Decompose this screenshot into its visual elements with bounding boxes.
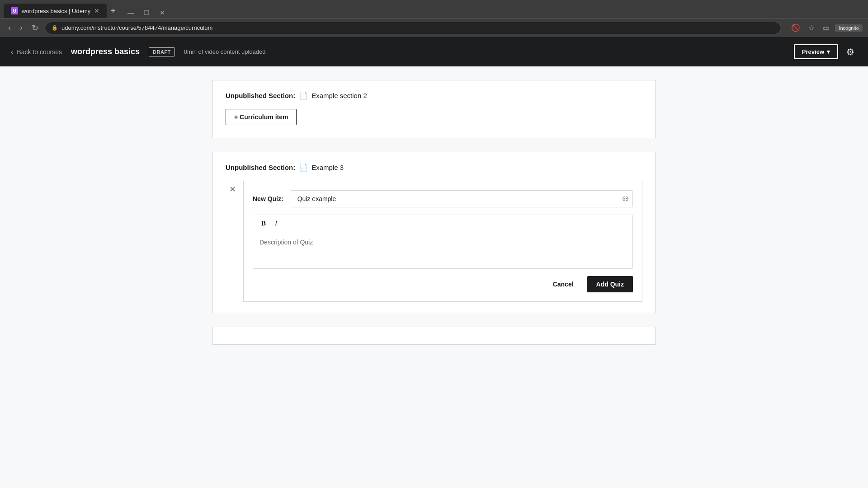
app-header: ‹ Back to courses wordpress basics DRAFT… xyxy=(0,37,868,66)
bold-button[interactable]: B xyxy=(259,219,269,228)
add-curriculum-item-button-1[interactable]: + Curriculum item xyxy=(226,109,297,125)
partial-section-card xyxy=(212,327,656,345)
add-quiz-button[interactable]: Add Quiz xyxy=(587,276,633,292)
maximize-button[interactable]: ❐ xyxy=(139,7,154,18)
browser-toolbar: ‹ › ↻ 🔒 udemy.com/instructor/course/5784… xyxy=(0,18,868,37)
quiz-form-container: ✕ New Quiz: 68 B I Description of Quiz xyxy=(226,181,642,302)
quiz-title-row: New Quiz: 68 xyxy=(253,190,633,207)
quiz-form: New Quiz: 68 B I Description of Quiz Can… xyxy=(243,181,642,302)
tab-bar: U wordpress basics | Udemy ✕ + — ❐ ✕ xyxy=(0,0,868,18)
section-label-2: Unpublished Section: xyxy=(226,164,295,171)
chevron-down-icon: ▾ xyxy=(827,48,830,55)
new-tab-button[interactable]: + xyxy=(107,6,119,16)
section-name-1: Example section 2 xyxy=(311,92,367,99)
close-quiz-form-button[interactable]: ✕ xyxy=(226,183,240,196)
section-header-1: Unpublished Section: 📄 Example section 2 xyxy=(226,91,642,100)
char-count: 68 xyxy=(623,196,628,202)
preview-button[interactable]: Preview ▾ xyxy=(794,44,838,59)
description-content[interactable]: Description of Quiz xyxy=(253,232,632,268)
main-content: Unpublished Section: 📄 Example section 2… xyxy=(0,66,868,358)
cancel-button[interactable]: Cancel xyxy=(545,276,582,292)
back-to-courses-link[interactable]: ‹ Back to courses xyxy=(11,48,62,56)
video-status: 0min of video content uploaded xyxy=(184,48,266,55)
section-card-2: Unpublished Section: 📄 Example 3 ✕ New Q… xyxy=(212,152,656,313)
back-arrow-icon: ‹ xyxy=(11,48,13,56)
quiz-title-input[interactable] xyxy=(291,190,633,207)
italic-button[interactable]: I xyxy=(272,219,280,228)
tab-favicon: U xyxy=(11,7,18,14)
window-controls: — ❐ ✕ xyxy=(123,7,170,18)
section-header-2: Unpublished Section: 📄 Example 3 xyxy=(226,163,642,172)
settings-button[interactable]: ⚙ xyxy=(844,44,857,60)
new-quiz-label: New Quiz: xyxy=(253,195,283,202)
section-label-1: Unpublished Section: xyxy=(226,92,295,99)
tab-title: wordpress basics | Udemy xyxy=(22,8,90,14)
preview-label: Preview xyxy=(802,48,824,55)
minimize-button[interactable]: — xyxy=(123,7,138,18)
editor-toolbar: B I xyxy=(253,215,632,232)
section-file-icon-2: 📄 xyxy=(299,163,308,172)
lock-icon: 🔒 xyxy=(52,25,58,31)
draft-badge: DRAFT xyxy=(149,47,175,56)
quiz-form-actions: Cancel Add Quiz xyxy=(253,276,633,292)
active-tab: U wordpress basics | Udemy ✕ xyxy=(4,4,107,18)
browser-actions: 🚫 ☆ ▭ Incognito xyxy=(788,22,863,34)
incognito-label: Incognito xyxy=(835,24,863,32)
section-name-2: Example 3 xyxy=(311,164,344,171)
section-file-icon-1: 📄 xyxy=(299,91,308,100)
bookmark-icon[interactable]: ☆ xyxy=(806,22,817,34)
url-text: udemy.com/instructor/course/5784474/mana… xyxy=(61,24,212,31)
section-card-1: Unpublished Section: 📄 Example section 2… xyxy=(212,80,656,138)
course-title: wordpress basics xyxy=(71,47,140,56)
header-actions: Preview ▾ ⚙ xyxy=(794,44,857,60)
quiz-input-wrapper: 68 xyxy=(291,190,633,207)
browser-chrome: U wordpress basics | Udemy ✕ + — ❐ ✕ ‹ ›… xyxy=(0,0,868,37)
address-bar[interactable]: 🔒 udemy.com/instructor/course/5784474/ma… xyxy=(45,22,781,34)
close-window-button[interactable]: ✕ xyxy=(155,7,170,18)
back-nav-button[interactable]: ‹ xyxy=(5,21,14,34)
back-to-courses-label: Back to courses xyxy=(17,48,62,56)
description-editor: B I Description of Quiz xyxy=(253,215,633,269)
close-tab-icon[interactable]: ✕ xyxy=(94,7,99,14)
reload-button[interactable]: ↻ xyxy=(29,21,41,35)
sidebar-icon[interactable]: ▭ xyxy=(820,22,832,34)
add-curriculum-label-1: + Curriculum item xyxy=(234,113,288,121)
forward-nav-button[interactable]: › xyxy=(17,21,25,34)
eye-slash-icon[interactable]: 🚫 xyxy=(788,22,803,34)
